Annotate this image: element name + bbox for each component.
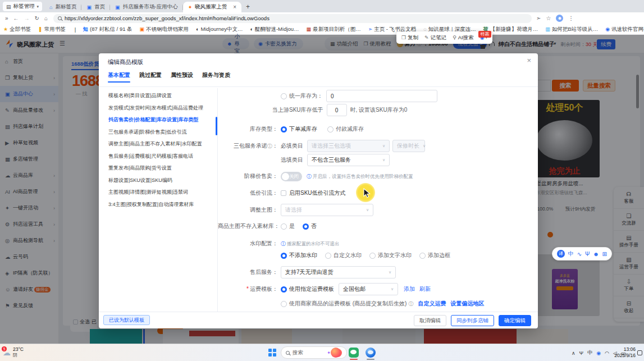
remote-area-link[interactable]: 设置偏远地区 [450, 300, 484, 308]
reload-icon[interactable]: ↻ [35, 15, 39, 21]
cancel-edit-button[interactable]: 取消编辑 [414, 315, 446, 326]
home-icon[interactable]: ⌂ [44, 15, 48, 21]
main-pic-no-radio[interactable] [303, 223, 309, 230]
forward-icon[interactable]: → [24, 15, 30, 21]
freight-refresh-link[interactable]: 刷新 [419, 285, 431, 293]
taskbar-app-wechat[interactable] [349, 348, 359, 358]
tier-price-toggle[interactable]: 关闭 [281, 172, 302, 181]
popup-toolbar-item[interactable]: ✎ 记笔记 [424, 34, 446, 42]
bookmark-item[interactable]: | [73, 26, 76, 33]
browser-tab[interactable]: ▣ 首页 [81, 2, 110, 12]
browser-tab[interactable]: ✦ 晓风搬家上货 × [183, 2, 241, 12]
merchant-freight-radio[interactable] [281, 301, 287, 307]
modal-menu-item[interactable]: 模板名称|类目设置|品牌设置 [108, 90, 217, 102]
warranty-select[interactable]: 保修时长 ∨ [392, 140, 425, 152]
new-tab-button[interactable]: + [246, 3, 250, 11]
unify-stock-radio[interactable] [281, 93, 287, 99]
modal-menu-item[interactable]: 3:4主图|授权复制配置|自动清理素材库 [108, 199, 217, 211]
close-icon[interactable]: × [527, 56, 531, 65]
url-box[interactable]: https://xfdyorder.zzbtool.com/zzb_super_… [53, 14, 532, 23]
border-watermark-radio[interactable] [419, 253, 426, 259]
low-price-checkbox[interactable] [281, 190, 286, 196]
bookmark-item[interactable]: ▦ 最新项目剖析（图… [307, 26, 361, 33]
url-text[interactable]: https://xfdyorder.zzbtool.com/zzb_super_… [65, 15, 270, 21]
help-icon[interactable]: ⓘ [408, 300, 413, 308]
translate-toolbar-icon[interactable]: ∿ [577, 251, 582, 257]
browser-tab[interactable]: ▣ 抖店服务市场-应用中心 [110, 2, 183, 12]
back-icon[interactable]: ← [13, 15, 19, 21]
tray-icon[interactable]: ◠ [605, 350, 609, 356]
optional-three-pack-select[interactable]: 不包含三包服务 ∨ [307, 154, 390, 166]
bookmark-star-icon[interactable]: ☆ [546, 15, 551, 21]
freight-add-link[interactable]: 添加 [404, 285, 415, 293]
translate-toolbar-icon[interactable]: 中 [568, 250, 574, 258]
modal-menu-item[interactable]: 标题设置|SKU设置|SKU编码 [108, 175, 217, 187]
low-stock-input[interactable] [327, 104, 347, 116]
sync-stores-button[interactable]: 同步到多店铺 [451, 315, 494, 326]
browser-menu-icon[interactable]: ⋮ [568, 15, 574, 21]
main-pic-yes-radio[interactable] [281, 223, 287, 230]
no-watermark-radio[interactable] [281, 253, 287, 259]
modal-menu-item[interactable]: 主图视频|详情图|测评短视频|违禁词 [108, 186, 217, 199]
modal-menu-item[interactable]: 调整主图|商品主图不存入素材库|水印配置 [108, 138, 217, 150]
modal-tab[interactable]: 跳过配置 [139, 71, 162, 83]
tab-close-icon[interactable]: × [233, 4, 236, 10]
text-watermark-radio[interactable] [369, 253, 376, 259]
popup-toolbar-item[interactable]: ⚲ AI搜索 [453, 34, 474, 42]
tier-price-label: 阶梯价售卖： [218, 172, 278, 180]
taskbar-app-notes[interactable] [331, 348, 341, 358]
adjust-image-select[interactable]: 请选择 ∨ [281, 204, 373, 216]
custom-watermark-radio[interactable] [325, 253, 331, 259]
after-sale-select[interactable]: 支持7天无理由退货 ∨ [281, 266, 396, 278]
help-icon[interactable]: ⓘ [267, 143, 272, 149]
tray-icon[interactable]: Ψ [579, 350, 584, 356]
tab-manager-button[interactable]: ▤ 标签管理 ▾ [3, 2, 42, 11]
three-pack-placeholder: 请选择三包选项 [312, 142, 351, 150]
pay-reduce-radio[interactable] [327, 126, 334, 132]
order-reduce-radio[interactable] [281, 126, 287, 132]
bookmark-item[interactable]: ❚ 常用书签 [38, 26, 66, 33]
tray-icon[interactable]: 中 [587, 349, 592, 357]
freight-template-select[interactable]: 全国包邮 ∨ [339, 283, 398, 295]
tray-icon[interactable]: ∧ [572, 350, 576, 356]
modal-menu-item[interactable]: 三包服务承诺|阶梯价售卖|低价引流 [108, 126, 217, 139]
modal-menu-item[interactable]: 售后服务|运费模板|尺码模板|客服电话 [108, 150, 217, 163]
bookmark-item[interactable]: 知 (87 封私信 / 91 条 [83, 26, 133, 33]
profile-avatar[interactable]: ☻ [556, 15, 563, 22]
modal-menu-item[interactable]: 抖店售卖价|价格配置|库存设置|库存类型 [108, 114, 217, 126]
modal-tab[interactable]: 属性预设 [171, 71, 193, 83]
modal-menu-item[interactable]: 重复发布|商品限购|货号设置 [108, 162, 217, 175]
translate-toolbar-icon[interactable]: Ψ [585, 251, 590, 257]
popup-toolbar-item[interactable]: ❐ 复制 [401, 34, 418, 42]
modal-tab[interactable]: 基本配置 [108, 71, 130, 83]
bookmark-item[interactable]: ◐ Midjourney中文… [196, 26, 243, 33]
share-icon[interactable]: ➣ [536, 15, 541, 21]
tray-icon[interactable]: ◉ [596, 350, 601, 356]
browser-tab[interactable]: ⌂ 新标签页 [44, 2, 81, 12]
custom-freight-link[interactable]: 自定义运费 [418, 300, 446, 308]
notification-center-icon[interactable] [637, 350, 642, 355]
taskbar-weather[interactable]: ☁ 5 23°C 阴 [3, 346, 24, 358]
taskbar-app-browser[interactable] [366, 348, 376, 358]
default-template-button[interactable]: 已设为默认模板 [103, 315, 150, 325]
taskbar-clock[interactable]: 13:06 2025/9/16 [614, 346, 636, 359]
bookmark-item[interactable]: ◐ 醍醐智迷-Midjou… [250, 26, 299, 33]
three-pack-select[interactable]: 请选择三包选项 ∨ [307, 140, 390, 152]
bookmark-favicon: ◐ [250, 26, 253, 32]
unify-stock-input[interactable] [326, 90, 437, 102]
translate-toolbar-icon[interactable]: 译 [557, 250, 565, 258]
overflow-icon[interactable]: » [5, 15, 8, 21]
translate-toolbar-icon[interactable]: ☻ [593, 251, 599, 257]
bookmark-item[interactable]: ★ 全部书签 [3, 26, 31, 33]
translate-toolbar-icon[interactable]: ⊞ [602, 251, 607, 257]
bookmarks-bar: ★ 全部书签 ❚ 常用书签 | 知 (87 封私信 / 91 条 ▣ 不锈钢电饼… [0, 24, 644, 35]
freight-template-radio[interactable] [281, 286, 287, 293]
modal-menu-item[interactable]: 发货模式|发货时间|发布模式|商品运费处理 [108, 102, 217, 115]
bookmark-item[interactable]: ◉ 讯速软件官网-商… [605, 26, 644, 33]
bookmark-item[interactable]: ▣ 不锈钢电饼铛家用 [140, 26, 189, 33]
start-button[interactable] [268, 349, 276, 357]
confirm-edit-button[interactable]: 确定编辑 [499, 315, 531, 326]
menu-scrollbar-thumb[interactable] [216, 117, 217, 135]
modal-tab[interactable]: 服务与资质 [202, 71, 230, 83]
bookmark-item[interactable]: ▥ 如何把B站等级从… [545, 26, 598, 33]
